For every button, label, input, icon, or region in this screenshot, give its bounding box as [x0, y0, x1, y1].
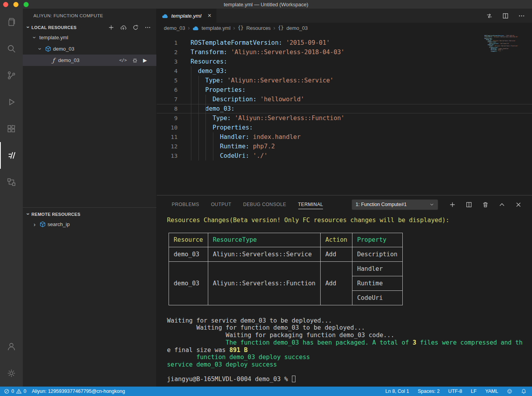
code-line[interactable]: 10 Properties: — [157, 123, 532, 132]
breadcrumb-file[interactable]: template.yml — [202, 25, 231, 31]
cursor-position-status[interactable]: Ln 8, Col 1 — [385, 389, 409, 394]
error-circle-slash-icon — [4, 389, 9, 394]
code-line[interactable]: 6 Properties: — [157, 85, 532, 95]
chevron-down-icon: › — [25, 211, 32, 217]
minimap-content: ROSTemplateFormatVersion: '2015-09-01'Tr… — [484, 35, 528, 52]
line-number: 5 — [157, 76, 178, 85]
add-resource-icon[interactable] — [108, 24, 114, 31]
terminal-instance-select[interactable]: 1: Function Compute#1 — [352, 199, 438, 210]
kill-terminal-trash-icon[interactable] — [482, 201, 489, 208]
col-resourcetype: ResourceType — [208, 233, 320, 247]
account-icon[interactable] — [0, 333, 23, 360]
zoom-window-button[interactable] — [24, 2, 29, 7]
code-editor[interactable]: 1ROSTemplateFormatVersion: '2015-09-01'2… — [157, 33, 532, 195]
vscode-window: template.yml — Untitled (Workspace) ALIY… — [0, 0, 532, 396]
run-debug-icon[interactable] — [0, 89, 23, 115]
terminal-line: e final size was 891 B — [167, 347, 532, 354]
split-terminal-icon[interactable] — [466, 201, 472, 208]
code-line[interactable]: 8 demo_03: — [157, 104, 532, 113]
aliyun-file-icon — [162, 13, 168, 18]
extensions-icon[interactable] — [0, 115, 23, 142]
tree-item-template-yml[interactable]: › template.yml — [23, 32, 156, 43]
minimap[interactable]: ROSTemplateFormatVersion: '2015-09-01'Tr… — [484, 35, 528, 52]
code-line[interactable]: 7 Description: 'helloworld' — [157, 95, 532, 104]
tab-template-yml[interactable]: template.yml × — [157, 9, 216, 23]
more-actions-icon[interactable] — [518, 13, 525, 19]
remote-resources-section: › REMOTE RESOURCES › search_ip — [23, 207, 156, 230]
col-property: Property — [352, 233, 402, 247]
tree-item-search-ip[interactable]: › search_ip — [23, 219, 156, 230]
explorer-icon[interactable] — [0, 9, 23, 35]
code-line[interactable]: 5 Type: 'Aliyun::Serverless::Service' — [157, 76, 532, 85]
aliyun-account-status[interactable]: Aliyun: 1295939377467795@cn-hongkong — [32, 389, 125, 394]
line-number: 3 — [157, 57, 178, 66]
indentation-status[interactable]: Spaces: 2 — [418, 389, 440, 394]
tree-item-label: demo_03 — [58, 57, 79, 63]
remote-resources-label: REMOTE RESOURCES — [31, 212, 81, 217]
search-icon[interactable] — [0, 35, 23, 62]
maximize-panel-icon[interactable] — [499, 201, 505, 208]
new-terminal-icon[interactable] — [449, 201, 456, 208]
table-row: demo_03 Aliyun::Serverless::Service Add … — [169, 247, 403, 261]
minimize-window-button[interactable] — [13, 2, 18, 7]
settings-gear-icon[interactable] — [0, 360, 23, 387]
local-invoke-icon[interactable]: </> — [119, 58, 127, 63]
col-action: Action — [320, 233, 352, 247]
tree-item-function-demo-03[interactable]: ƒ demo_03 </> ▶ — [23, 55, 156, 66]
object-symbol-icon: {} — [238, 25, 243, 31]
code-line[interactable]: 4 demo_03: — [157, 66, 532, 76]
function-icon: ƒ — [50, 57, 57, 64]
line-number: 9 — [157, 113, 178, 123]
breadcrumb-node-resources[interactable]: Resources — [246, 25, 271, 31]
cell-action: Add — [320, 247, 352, 261]
refresh-icon[interactable] — [132, 24, 139, 31]
code-line[interactable]: 1ROSTemplateFormatVersion: '2015-09-01' — [157, 38, 532, 47]
local-resources-header[interactable]: › LOCAL RESOURCES — [23, 23, 156, 32]
aliyun-function-compute-icon[interactable] — [0, 142, 23, 169]
chevron-down-icon: › — [25, 24, 32, 31]
debug-bug-icon[interactable] — [132, 57, 138, 63]
breadcrumb-node-demo03[interactable]: demo_03 — [286, 25, 308, 31]
close-window-button[interactable] — [3, 2, 8, 7]
more-actions-icon[interactable] — [145, 24, 151, 31]
line-number: 12 — [157, 142, 178, 151]
feedback-smiley-icon[interactable] — [507, 389, 512, 394]
tab-problems[interactable]: PROBLEMS — [172, 200, 199, 209]
code-line[interactable]: 3Resources: — [157, 57, 532, 66]
terminal-output-lines: Waiting for service demo_03 to be deploy… — [167, 317, 532, 369]
aliyun-file-icon — [193, 26, 199, 31]
terminal-line: service demo_03 deploy success — [167, 361, 532, 369]
tab-terminal[interactable]: TERMINAL — [298, 200, 323, 209]
problems-status[interactable]: 0 0 — [4, 389, 26, 394]
chevron-down-icon — [429, 202, 434, 207]
warning-count: 0 — [24, 389, 26, 394]
terminal-prompt[interactable]: jiangyu@B-165MLVDL-0004 demo_03 % — [167, 376, 532, 383]
remote-invoke-play-icon[interactable]: ▶ — [143, 57, 147, 63]
split-editor-icon[interactable] — [502, 13, 509, 19]
eol-status[interactable]: LF — [471, 389, 477, 394]
breadcrumb-folder[interactable]: demo_03 — [164, 25, 185, 31]
terminal-line: The function demo_03 has been packaged. … — [167, 339, 532, 347]
chevron-down-icon: › — [37, 46, 44, 52]
code-line[interactable]: 9 Type: 'Aliyun::Serverless::Function' — [157, 113, 532, 123]
code-line[interactable]: 2Transform: 'Aliyun::Serverless-2018-04-… — [157, 47, 532, 57]
remote-resources-header[interactable]: › REMOTE RESOURCES — [23, 210, 156, 219]
line-number: 4 — [157, 66, 178, 76]
close-tab-icon[interactable]: × — [208, 12, 211, 19]
close-panel-icon[interactable] — [515, 201, 522, 208]
aliyun-workflow-icon[interactable] — [0, 169, 23, 195]
open-changes-icon[interactable] — [486, 13, 493, 19]
resource-changes-table: Resource ResourceType Action Property de… — [169, 233, 403, 305]
encoding-status[interactable]: UTF-8 — [448, 389, 462, 394]
cell-property: Runtime — [352, 276, 402, 290]
chevron-right-icon: › — [31, 221, 38, 228]
language-mode-status[interactable]: YAML — [485, 389, 498, 394]
tab-output[interactable]: OUTPUT — [211, 200, 231, 209]
notifications-bell-icon[interactable] — [521, 389, 526, 394]
tree-item-service-demo-03[interactable]: › demo_03 — [23, 43, 156, 55]
source-control-icon[interactable] — [0, 62, 23, 89]
tab-debug-console[interactable]: DEBUG CONSOLE — [243, 200, 286, 209]
terminal-output[interactable]: Resources Changes(Beta version! Only FC … — [157, 214, 532, 387]
deploy-cloud-icon[interactable] — [120, 24, 127, 31]
cell-resource: demo_03 — [169, 247, 208, 261]
